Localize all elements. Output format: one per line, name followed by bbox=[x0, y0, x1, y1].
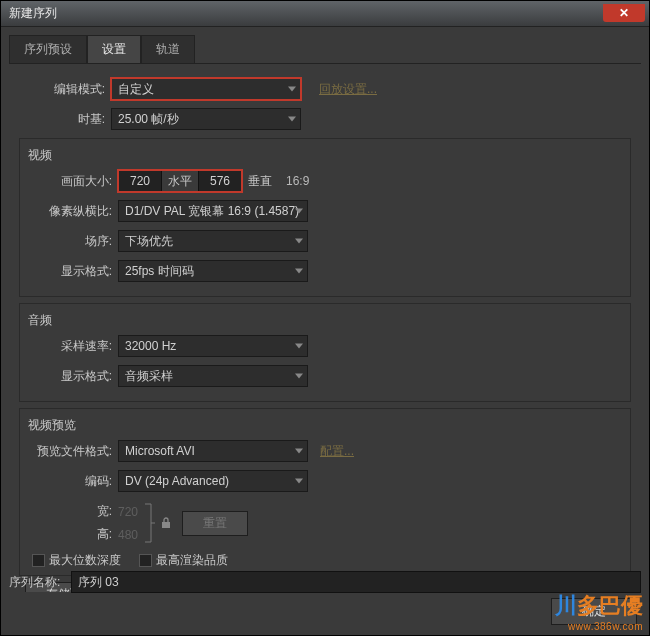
codec-value: DV (24p Advanced) bbox=[125, 474, 229, 488]
edit-mode-value: 自定义 bbox=[118, 81, 154, 98]
preview-width-value: 720 bbox=[118, 505, 138, 519]
timebase-dropdown[interactable]: 25.00 帧/秒 bbox=[111, 108, 301, 130]
reset-button[interactable]: 重置 bbox=[182, 511, 248, 536]
preview-size-group: 宽: 720 高: 480 重置 bbox=[26, 500, 624, 546]
codec-dropdown[interactable]: DV (24p Advanced) bbox=[118, 470, 308, 492]
frame-height-input[interactable]: 576 bbox=[198, 170, 242, 192]
horizontal-label: 水平 bbox=[168, 173, 192, 190]
preview-height-value: 480 bbox=[118, 528, 138, 542]
max-bit-depth-checkbox[interactable]: 最大位数深度 bbox=[32, 552, 121, 569]
pixel-aspect-dropdown[interactable]: D1/DV PAL 宽银幕 16:9 (1.4587) bbox=[118, 200, 308, 222]
edit-mode-dropdown[interactable]: 自定义 bbox=[111, 78, 301, 100]
link-bracket-icon bbox=[142, 500, 156, 546]
video-section: 视频 画面大小: 720 水平 576 垂直 16:9 像素纵横比: D1/DV… bbox=[19, 138, 631, 297]
frame-width-input[interactable]: 720 bbox=[118, 170, 162, 192]
sequence-name-input[interactable]: 序列 03 bbox=[71, 571, 641, 593]
close-icon: ✕ bbox=[619, 6, 629, 20]
settings-panel: 编辑模式: 自定义 回放设置... 时基: 25.00 帧/秒 视频 画面大小: bbox=[9, 72, 641, 592]
sample-rate-value: 32000 Hz bbox=[125, 339, 176, 353]
audio-display-format-value: 音频采样 bbox=[125, 368, 173, 385]
sample-rate-dropdown[interactable]: 32000 Hz bbox=[118, 335, 308, 357]
codec-label: 编码: bbox=[26, 473, 118, 490]
aspect-ratio-text: 16:9 bbox=[286, 174, 309, 188]
chevron-down-icon bbox=[288, 87, 296, 92]
ok-button[interactable]: 确定 bbox=[551, 598, 637, 625]
sample-rate-label: 采样速率: bbox=[26, 338, 118, 355]
playback-settings-link[interactable]: 回放设置... bbox=[319, 81, 377, 98]
tabs: 序列预设 设置 轨道 bbox=[9, 35, 641, 64]
preview-file-format-value: Microsoft AVI bbox=[125, 444, 195, 458]
video-display-format-label: 显示格式: bbox=[26, 263, 118, 280]
checkbox-icon bbox=[139, 554, 152, 567]
chevron-down-icon bbox=[295, 344, 303, 349]
field-order-value: 下场优先 bbox=[125, 233, 173, 250]
max-render-quality-checkbox[interactable]: 最高渲染品质 bbox=[139, 552, 228, 569]
chevron-down-icon bbox=[295, 209, 303, 214]
preview-width-label: 宽: bbox=[32, 503, 118, 520]
audio-display-format-label: 显示格式: bbox=[26, 368, 118, 385]
timebase-label: 时基: bbox=[19, 111, 111, 128]
frame-size-group: 720 水平 576 bbox=[118, 170, 242, 192]
preview-height-label: 高: bbox=[32, 526, 118, 543]
titlebar: 新建序列 ✕ bbox=[1, 1, 649, 27]
tab-tracks[interactable]: 轨道 bbox=[141, 35, 195, 63]
close-button[interactable]: ✕ bbox=[603, 4, 645, 22]
chevron-down-icon bbox=[295, 269, 303, 274]
sequence-name-label: 序列名称: bbox=[9, 574, 71, 591]
chevron-down-icon bbox=[295, 479, 303, 484]
window-title: 新建序列 bbox=[9, 5, 57, 22]
par-label: 像素纵横比: bbox=[26, 203, 118, 220]
par-value: D1/DV PAL 宽银幕 16:9 (1.4587) bbox=[125, 203, 299, 220]
field-order-label: 场序: bbox=[26, 233, 118, 250]
lock-icon[interactable] bbox=[160, 515, 172, 531]
new-sequence-dialog: 新建序列 ✕ 序列预设 设置 轨道 编辑模式: 自定义 回放设置... 时基: … bbox=[0, 0, 650, 636]
timebase-value: 25.00 帧/秒 bbox=[118, 111, 179, 128]
chevron-down-icon bbox=[288, 117, 296, 122]
audio-section: 音频 采样速率: 32000 Hz 显示格式: 音频采样 bbox=[19, 303, 631, 402]
video-display-format-dropdown[interactable]: 25fps 时间码 bbox=[118, 260, 308, 282]
chevron-down-icon bbox=[295, 374, 303, 379]
audio-display-format-dropdown[interactable]: 音频采样 bbox=[118, 365, 308, 387]
audio-section-title: 音频 bbox=[28, 312, 624, 329]
tab-settings[interactable]: 设置 bbox=[87, 35, 141, 63]
edit-mode-label: 编辑模式: bbox=[19, 81, 111, 98]
preview-file-format-dropdown[interactable]: Microsoft AVI bbox=[118, 440, 308, 462]
svg-rect-0 bbox=[162, 522, 170, 528]
chevron-down-icon bbox=[295, 449, 303, 454]
configure-link[interactable]: 配置... bbox=[320, 443, 354, 460]
checkbox-icon bbox=[32, 554, 45, 567]
chevron-down-icon bbox=[295, 239, 303, 244]
sequence-name-row: 序列名称: 序列 03 bbox=[9, 571, 641, 593]
dialog-body: 序列预设 设置 轨道 编辑模式: 自定义 回放设置... 时基: 25.00 帧… bbox=[1, 27, 649, 635]
field-order-dropdown[interactable]: 下场优先 bbox=[118, 230, 308, 252]
preview-section-title: 视频预览 bbox=[28, 417, 624, 434]
vertical-label: 垂直 bbox=[248, 173, 272, 190]
preview-file-format-label: 预览文件格式: bbox=[26, 443, 118, 460]
tab-preset[interactable]: 序列预设 bbox=[9, 35, 87, 63]
video-section-title: 视频 bbox=[28, 147, 624, 164]
frame-size-label: 画面大小: bbox=[26, 173, 118, 190]
video-display-format-value: 25fps 时间码 bbox=[125, 263, 194, 280]
preview-section: 视频预览 预览文件格式: Microsoft AVI 配置... 编码: DV … bbox=[19, 408, 631, 576]
